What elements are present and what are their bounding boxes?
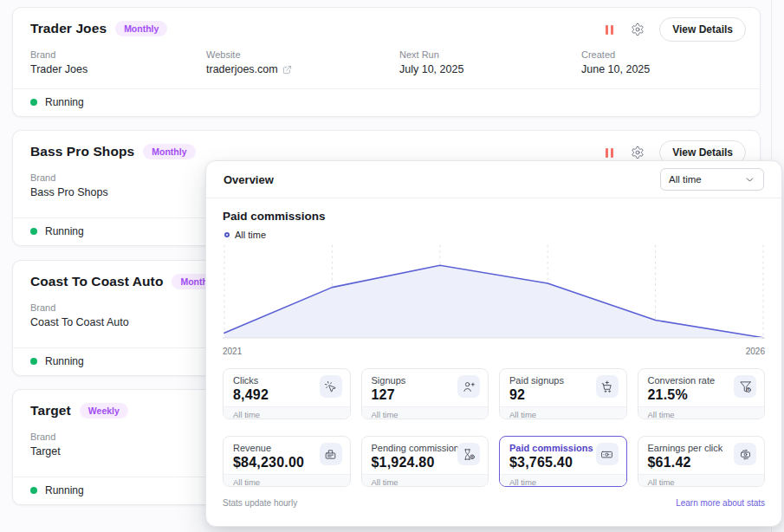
cursor-click-icon [320,375,342,398]
status-text: Running [45,96,84,108]
status-dot [30,228,37,235]
field-created: Created June 10, 2025 [581,49,742,75]
cash-register-icon [320,443,342,465]
banknote-icon [596,443,619,465]
frequency-badge: Monthly [115,21,167,36]
card-title: Bass Pro Shops [30,144,134,159]
stats-grid: Clicks 8,492 All time Signups 127 [223,368,765,487]
stat-tile-conversion-rate[interactable]: Conversion rate 21.5% $ All time [638,368,766,419]
overview-panel: Overview All time Paid commissions All t… [205,160,782,527]
view-details-button[interactable]: View Details [659,17,746,42]
banknote-arrows-icon [734,443,756,465]
status-text: Running [45,225,84,237]
hourglass-coin-icon: $ [457,443,480,465]
chevron-down-icon [744,174,755,185]
gear-icon [631,146,645,159]
website-link[interactable]: traderjoes.com [206,63,278,75]
status-dot [30,487,37,494]
commissions-chart [223,242,765,344]
cart-plus-icon [596,375,619,398]
learn-more-link[interactable]: Learn more about stats [676,498,765,508]
settings-button[interactable] [628,20,647,39]
external-link-icon [282,65,292,75]
status-text: Running [45,484,84,496]
stat-tile-earnings-per-click[interactable]: Earnings per click $61.42 All time [638,436,766,487]
stats-update-note: Stats update hourly [223,498,297,508]
user-plus-icon [457,375,480,398]
card-title: Target [30,403,71,418]
campaigns-page: Trader Joes Monthly View Details Brand T… [0,0,784,532]
pause-button[interactable] [603,23,616,37]
funnel-dollar-icon: $ [734,375,756,398]
field-brand: Brand Target [30,431,206,457]
field-brand: Brand Coast To Coast Auto [30,302,206,328]
stat-tile-paid-signups[interactable]: Paid signups 92 All time [499,368,627,419]
status-text: Running [45,355,84,367]
stat-tile-revenue[interactable]: Revenue $84,230.00 All time [223,436,351,487]
campaign-card-trader-joes: Trader Joes Monthly View Details Brand T… [12,7,761,117]
card-title: Coast To Coast Auto [30,274,163,289]
settings-button[interactable] [628,143,647,162]
field-brand: Brand Trader Joes [30,49,206,75]
chart-title: Paid commissions [223,210,765,223]
status-dot [30,358,37,365]
x-tick-start: 2021 [223,347,242,356]
stat-tile-signups[interactable]: Signups 127 All time [361,368,489,419]
frequency-badge: Weekly [80,403,128,418]
field-website: Website traderjoes.com [206,49,399,75]
stat-tile-paid-commissions[interactable]: Paid commissions $3,765.40 All time [499,436,627,487]
frequency-badge: Monthly [143,144,195,159]
card-title: Trader Joes [30,21,107,36]
status-dot [30,99,37,106]
gear-icon [631,23,645,36]
x-tick-end: 2026 [746,347,765,356]
field-brand: Brand Bass Pro Shops [30,172,206,198]
time-range-dropdown[interactable]: All time [660,168,764,191]
chart-x-axis: 2021 2026 [223,347,765,356]
legend-marker-icon [224,232,230,237]
overview-title: Overview [224,173,274,186]
pause-icon [606,148,613,158]
pause-button[interactable] [603,146,616,160]
stat-tile-clicks[interactable]: Clicks 8,492 All time [223,368,351,419]
field-next-run: Next Run July 10, 2025 [399,49,581,75]
chart-legend: All time [224,230,765,240]
pause-icon [606,25,613,35]
stat-tile-pending-commissions[interactable]: Pending commissions $1,924.80 $ All time [361,436,489,487]
